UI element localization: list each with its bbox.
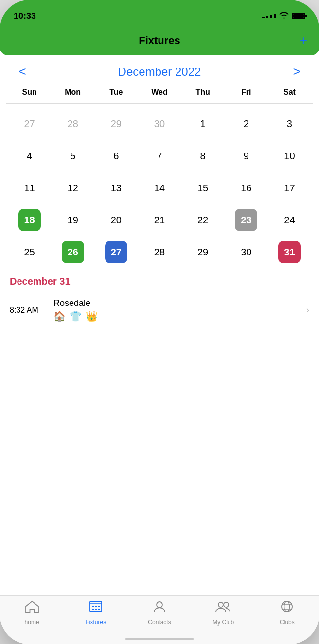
calendar-section: < December 2022 > Sun Mon Tue Wed Thu Fr… [0, 55, 319, 268]
cal-day[interactable]: 29 [181, 236, 225, 268]
cal-day[interactable]: 8 [181, 140, 225, 172]
phone-frame: 10:33 Fixtures + [0, 0, 319, 644]
day-header-fri: Fri [225, 85, 268, 100]
svg-point-12 [284, 601, 290, 612]
cal-day[interactable]: 20 [94, 204, 138, 236]
shirt-icon: 👕 [70, 310, 82, 322]
status-time: 10:33 [14, 11, 36, 21]
cal-day[interactable]: 22 [181, 204, 225, 236]
tab-home[interactable]: home [0, 600, 64, 626]
event-type-icons: 🏠 👕 👑 [53, 310, 306, 322]
cal-day[interactable]: 12 [51, 172, 94, 204]
cal-day[interactable]: 28 [51, 108, 94, 140]
day-header-sun: Sun [8, 85, 51, 100]
cal-day[interactable]: 10 [268, 140, 311, 172]
cal-day[interactable]: 19 [51, 204, 94, 236]
home-tab-icon [25, 600, 39, 617]
cal-day[interactable]: 5 [51, 140, 94, 172]
svg-rect-2 [92, 606, 94, 607]
svg-point-10 [224, 602, 229, 607]
contacts-tab-icon [152, 600, 167, 617]
cal-day-31[interactable]: 31 [268, 236, 311, 268]
svg-point-9 [218, 602, 223, 607]
cal-day[interactable]: 25 [8, 236, 51, 268]
event-info: Rosedale 🏠 👕 👑 [53, 298, 306, 322]
cal-day[interactable]: 30 [138, 108, 181, 140]
day-header-tue: Tue [94, 85, 138, 100]
cal-day[interactable]: 16 [225, 172, 268, 204]
next-month-button[interactable]: > [288, 64, 305, 79]
cal-day-23[interactable]: 23 [225, 204, 268, 236]
cal-day[interactable]: 14 [138, 172, 181, 204]
tab-myclub-label: My Club [213, 619, 234, 626]
cal-day[interactable]: 7 [138, 140, 181, 172]
tab-home-label: home [25, 619, 39, 626]
month-nav: < December 2022 > [6, 55, 313, 85]
cal-day[interactable]: 28 [138, 236, 181, 268]
cal-day[interactable]: 21 [138, 204, 181, 236]
svg-point-8 [157, 602, 162, 608]
home-indicator [125, 638, 194, 640]
cal-day[interactable]: 30 [225, 236, 268, 268]
svg-rect-7 [98, 609, 100, 610]
cal-day[interactable]: 13 [94, 172, 138, 204]
cal-day-26[interactable]: 26 [51, 236, 94, 268]
svg-point-11 [282, 601, 292, 612]
svg-rect-3 [95, 606, 97, 607]
month-title: December 2022 [118, 65, 201, 79]
cal-day[interactable]: 15 [181, 172, 225, 204]
day-header-wed: Wed [138, 85, 181, 100]
event-chevron-icon: › [306, 305, 309, 315]
myclub-tab-icon [215, 600, 231, 617]
cal-day[interactable]: 6 [94, 140, 138, 172]
day-header-mon: Mon [51, 85, 94, 100]
calendar-grid: 27 28 29 30 1 2 3 4 5 6 7 8 9 10 11 12 1… [6, 108, 313, 268]
event-date-header: December 31 [0, 268, 319, 291]
tab-bar: home Fixtures [0, 595, 319, 644]
cal-day[interactable]: 9 [225, 140, 268, 172]
day-header-sat: Sat [268, 85, 311, 100]
cal-day[interactable]: 4 [8, 140, 51, 172]
crown-icon: 👑 [86, 310, 98, 322]
tab-contacts[interactable]: Contacts [127, 600, 191, 626]
fixtures-tab-icon [89, 600, 103, 617]
svg-rect-4 [98, 606, 100, 607]
cal-day[interactable]: 3 [268, 108, 311, 140]
event-row[interactable]: 8:32 AM Rosedale 🏠 👕 👑 › [0, 291, 319, 329]
cal-day-18[interactable]: 18 [8, 204, 51, 236]
event-time: 8:32 AM [10, 306, 53, 315]
cal-day-27[interactable]: 27 [94, 236, 138, 268]
wifi-icon [279, 11, 289, 21]
battery-icon [292, 13, 305, 19]
svg-rect-6 [95, 609, 97, 610]
header-divider [6, 103, 313, 104]
tab-fixtures[interactable]: Fixtures [64, 600, 127, 626]
day-headers: Sun Mon Tue Wed Thu Fri Sat [6, 85, 313, 100]
app-header: Fixtures + [0, 26, 319, 55]
status-icons [262, 11, 305, 21]
cal-day[interactable]: 29 [94, 108, 138, 140]
status-bar: 10:33 [0, 0, 319, 26]
home-icon: 🏠 [53, 310, 66, 322]
cal-day[interactable]: 11 [8, 172, 51, 204]
cal-day[interactable]: 27 [8, 108, 51, 140]
day-header-thu: Thu [181, 85, 225, 100]
event-section: December 31 8:32 AM Rosedale 🏠 👕 👑 › [0, 268, 319, 329]
event-name: Rosedale [53, 298, 306, 308]
header-title: Fixtures [139, 34, 180, 47]
svg-rect-5 [92, 609, 94, 610]
cal-day[interactable]: 1 [181, 108, 225, 140]
tab-clubs-label: Clubs [280, 619, 295, 626]
tab-fixtures-label: Fixtures [85, 619, 106, 626]
tab-myclub[interactable]: My Club [192, 600, 255, 626]
add-fixture-button[interactable]: + [300, 33, 307, 49]
cal-day[interactable]: 2 [225, 108, 268, 140]
tab-contacts-label: Contacts [148, 619, 171, 626]
cal-day[interactable]: 17 [268, 172, 311, 204]
clubs-tab-icon [280, 600, 294, 617]
cal-day[interactable]: 24 [268, 204, 311, 236]
tab-clubs[interactable]: Clubs [255, 600, 319, 626]
signal-dots-icon [262, 14, 276, 18]
prev-month-button[interactable]: < [14, 64, 31, 79]
